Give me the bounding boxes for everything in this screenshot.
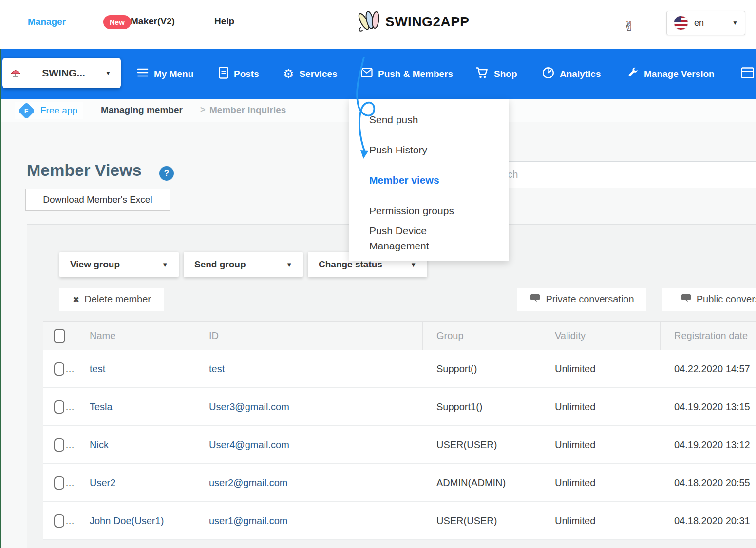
language-code: en — [694, 18, 726, 28]
table-row: … John Doe(User1) user1@gmail.com USER(U… — [43, 502, 756, 540]
col-header-id[interactable]: ID — [195, 322, 423, 350]
nav-shop[interactable]: Shop — [475, 49, 517, 99]
main-navbar: SWING... ▼ My Menu Posts ⚙ Services Push… — [0, 49, 756, 99]
chevron-down-icon: ▼ — [105, 70, 111, 76]
swing2app-logo[interactable]: SWING2APP — [357, 10, 470, 34]
nav-posts[interactable]: Posts — [219, 49, 259, 99]
menu-item-push-history[interactable]: Push History — [369, 140, 427, 160]
member-group: ADMIN(ADMIN) — [423, 464, 541, 501]
col-header-group[interactable]: Group — [423, 322, 541, 350]
cart-icon — [475, 67, 489, 81]
table-row: … Nick User4@gmail.com USER(USER) Unlimi… — [43, 426, 756, 464]
member-id-link[interactable]: test — [209, 363, 225, 375]
menu-item-permission-groups[interactable]: Permission groups — [369, 201, 454, 221]
document-icon — [219, 67, 228, 81]
download-excel-button[interactable]: Download Member's Excel — [25, 189, 170, 211]
delete-member-button[interactable]: ✖ Delete member — [59, 288, 164, 311]
row-checkbox[interactable] — [54, 362, 64, 376]
breadcrumb-section[interactable]: Managing member — [101, 105, 183, 115]
member-name-link[interactable]: John Doe(User1) — [90, 515, 164, 527]
us-flag-icon — [674, 16, 688, 30]
member-validity: Unlimited — [541, 502, 661, 539]
public-conversation-label: Public conversation — [697, 294, 756, 305]
app-icon — [9, 66, 22, 80]
member-group: USER(USER) — [423, 502, 541, 539]
row-checkbox[interactable] — [54, 400, 64, 414]
member-id-link[interactable]: user1@gmail.com — [209, 515, 287, 527]
member-validity: Unlimited — [541, 464, 661, 501]
page-edge-line — [0, 49, 1, 548]
nav-manage-version[interactable]: Manage Version — [627, 49, 715, 99]
language-selector[interactable]: en ▼ — [666, 11, 745, 35]
member-group: Support1() — [423, 388, 541, 425]
nav-label: Services — [299, 69, 337, 79]
chevron-down-icon: ▼ — [410, 261, 416, 268]
send-group-label: Send group — [194, 259, 246, 270]
envelope-icon — [361, 68, 373, 80]
menu-item-member-views[interactable]: Member views — [369, 170, 439, 190]
col-header-registration-date[interactable]: Registration date — [661, 322, 756, 350]
col-header-validity[interactable]: Validity — [541, 322, 661, 350]
member-validity: Unlimited — [541, 426, 661, 463]
row-checkbox[interactable] — [54, 438, 64, 452]
feather-logo-icon — [357, 10, 382, 34]
top-header: Manager New Maker(V2) Help SWING2APP ✌ e… — [0, 0, 756, 49]
nav-services[interactable]: ⚙ Services — [283, 49, 338, 99]
member-validity: Unlimited — [541, 388, 661, 425]
new-badge: New — [103, 15, 131, 29]
row-checkbox[interactable] — [54, 514, 64, 528]
nav-label: Posts — [234, 69, 259, 79]
x-icon: ✖ — [73, 295, 79, 304]
app-selector-label: SWING... — [22, 67, 105, 79]
manager-link[interactable]: Manager — [28, 17, 66, 27]
table-row: … Tesla User3@gmail.com Support1() Unlim… — [43, 388, 756, 426]
ellipsis-icon: … — [65, 515, 75, 526]
maker-link[interactable]: Maker(V2) — [131, 16, 175, 27]
nav-my-menu[interactable]: My Menu — [137, 49, 193, 99]
chevron-down-icon: ▼ — [162, 261, 168, 268]
member-name-link[interactable]: User2 — [90, 477, 115, 489]
member-registration-date: 04.19.2020 13:15 — [661, 388, 756, 425]
select-all-checkbox[interactable] — [54, 329, 65, 343]
member-validity: Unlimited — [541, 350, 661, 387]
pie-chart-icon — [542, 67, 554, 81]
members-table: Name ID Group Validity Registration date… — [43, 321, 756, 540]
view-group-dropdown[interactable]: View group ▼ — [59, 252, 179, 277]
send-group-dropdown[interactable]: Send group ▼ — [184, 252, 303, 277]
row-checkbox[interactable] — [54, 476, 64, 490]
window-icon — [741, 67, 754, 81]
nav-label: Shop — [494, 69, 517, 79]
nav-push-members[interactable]: Push & Members — [361, 49, 453, 99]
member-id-link[interactable]: user2@gmail.com — [209, 477, 287, 489]
free-app-badge[interactable]: F Free app — [15, 102, 83, 119]
question-help-icon[interactable]: ? — [159, 166, 174, 181]
nav-label: Analytics — [560, 69, 601, 79]
help-link[interactable]: Help — [214, 16, 234, 27]
public-conversation-button[interactable]: Public conversation — [662, 288, 756, 311]
member-group: Support() — [423, 350, 541, 387]
nav-pc-version[interactable] — [741, 49, 754, 99]
member-name-link[interactable]: test — [90, 363, 105, 375]
ellipsis-icon: … — [65, 363, 75, 374]
member-id-link[interactable]: User3@gmail.com — [209, 401, 289, 413]
app-selector[interactable]: SWING... ▼ — [2, 58, 121, 88]
menu-item-send-push[interactable]: Send push — [369, 110, 418, 130]
free-app-label: Free app — [40, 105, 77, 116]
nav-analytics[interactable]: Analytics — [542, 49, 601, 99]
menu-item-push-device-management[interactable]: Push Device Management — [369, 223, 447, 253]
member-group: USER(USER) — [423, 426, 541, 463]
member-name-link[interactable]: Tesla — [90, 401, 113, 413]
table-row: … User2 user2@gmail.com ADMIN(ADMIN) Unl… — [43, 464, 756, 502]
member-registration-date: 04.22.2020 14:57 — [661, 350, 756, 387]
chevron-down-icon: ▼ — [732, 19, 738, 26]
col-header-name[interactable]: Name — [76, 322, 195, 350]
member-id-link[interactable]: User4@gmail.com — [209, 439, 289, 451]
peace-hand-icon: ✌ — [624, 19, 635, 34]
breadcrumb-current: Member inquiries — [209, 105, 286, 115]
private-conversation-button[interactable]: Private conversation — [517, 288, 646, 311]
logo-text: SWING2APP — [385, 14, 470, 30]
ellipsis-icon: … — [65, 439, 75, 450]
member-name-link[interactable]: Nick — [90, 439, 109, 451]
member-registration-date: 04.18.2020 20:55 — [661, 464, 756, 501]
nav-label: My Menu — [154, 69, 193, 79]
